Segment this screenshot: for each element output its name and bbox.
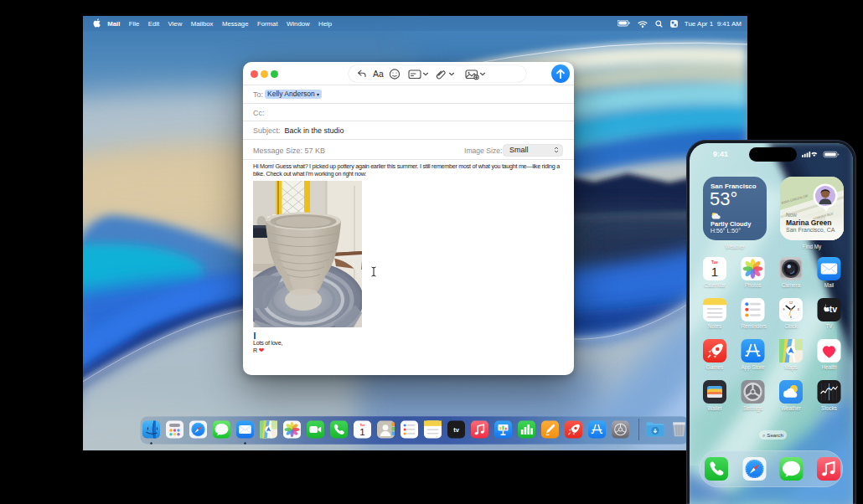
svg-text:tv: tv: [453, 426, 459, 434]
svg-text:Aa: Aa: [373, 69, 384, 79]
svg-text:1: 1: [359, 427, 364, 437]
